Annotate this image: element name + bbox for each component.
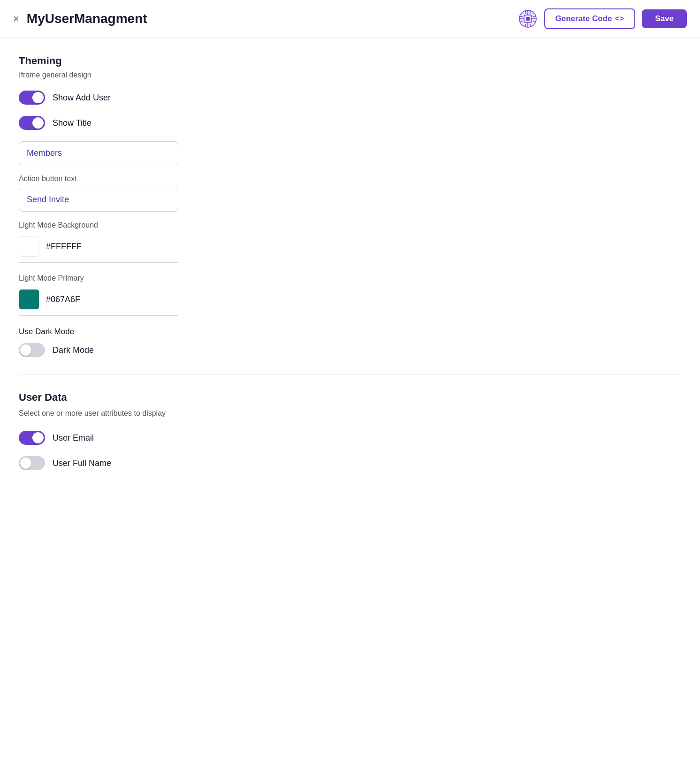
show-add-user-toggle[interactable] bbox=[19, 91, 45, 105]
dark-mode-thumb bbox=[20, 344, 31, 356]
light-mode-bg-label: Light Mode Background bbox=[19, 221, 681, 229]
svg-rect-2 bbox=[526, 17, 530, 21]
theming-section: Theming Iframe general design Show Add U… bbox=[19, 55, 681, 357]
show-title-label: Show Title bbox=[53, 118, 91, 128]
show-add-user-row: Show Add User bbox=[19, 91, 681, 105]
light-mode-primary-label: Light Mode Primary bbox=[19, 274, 681, 282]
show-add-user-label: Show Add User bbox=[53, 93, 111, 103]
light-mode-primary-value: #067A6F bbox=[46, 295, 80, 305]
chip-icon bbox=[518, 9, 538, 29]
light-mode-bg-row: #FFFFFF bbox=[19, 236, 178, 263]
user-full-name-row: User Full Name bbox=[19, 456, 681, 470]
header: × MyUserManagment Generat bbox=[0, 0, 700, 38]
theming-title: Theming bbox=[19, 55, 681, 67]
save-button[interactable]: Save bbox=[642, 9, 687, 28]
show-add-user-thumb bbox=[32, 92, 44, 103]
dark-mode-toggle[interactable] bbox=[19, 343, 45, 357]
user-data-description: Select one or more user attributes to di… bbox=[19, 409, 681, 418]
page-title: MyUserManagment bbox=[27, 11, 510, 26]
user-full-name-toggle[interactable] bbox=[19, 456, 45, 470]
user-data-title: User Data bbox=[19, 391, 681, 404]
close-button[interactable]: × bbox=[13, 13, 19, 25]
user-full-name-label: User Full Name bbox=[53, 458, 111, 468]
action-button-input[interactable] bbox=[19, 188, 178, 212]
dark-mode-row: Dark Mode bbox=[19, 343, 681, 357]
dark-mode-label: Dark Mode bbox=[53, 345, 94, 355]
show-title-toggle[interactable] bbox=[19, 116, 45, 130]
show-title-row: Show Title bbox=[19, 116, 681, 130]
light-mode-bg-value: #FFFFFF bbox=[46, 242, 82, 252]
generate-code-label: Generate Code bbox=[555, 14, 612, 23]
user-email-thumb bbox=[32, 432, 44, 443]
use-dark-mode-section-label: Use Dark Mode bbox=[19, 327, 681, 336]
action-button-label: Action button text bbox=[19, 175, 681, 183]
theming-subtitle: Iframe general design bbox=[19, 71, 681, 79]
title-input[interactable] bbox=[19, 141, 178, 165]
show-title-thumb bbox=[32, 117, 44, 129]
main-content: Theming Iframe general design Show Add U… bbox=[0, 38, 700, 498]
light-mode-primary-row: #067A6F bbox=[19, 289, 178, 316]
section-divider bbox=[19, 374, 681, 374]
light-mode-bg-swatch[interactable] bbox=[19, 236, 39, 257]
generate-code-symbol: <> bbox=[615, 14, 624, 23]
generate-code-button[interactable]: Generate Code <> bbox=[544, 8, 636, 29]
header-actions: Generate Code <> Save bbox=[518, 8, 687, 29]
user-full-name-thumb bbox=[20, 458, 31, 469]
user-data-section: User Data Select one or more user attrib… bbox=[19, 391, 681, 470]
user-email-label: User Email bbox=[53, 433, 94, 443]
user-email-toggle[interactable] bbox=[19, 431, 45, 445]
user-email-row: User Email bbox=[19, 431, 681, 445]
light-mode-primary-swatch[interactable] bbox=[19, 289, 39, 310]
